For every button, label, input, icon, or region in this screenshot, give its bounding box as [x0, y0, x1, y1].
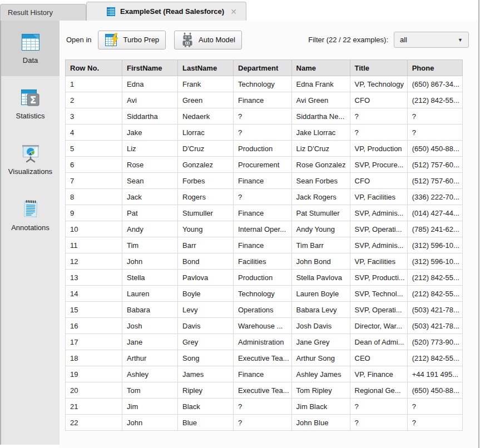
table-cell[interactable]: Administration [234, 334, 292, 350]
table-cell[interactable]: 18 [66, 350, 122, 366]
table-cell[interactable]: Regional Ge... [350, 382, 407, 399]
table-row[interactable]: 15BabaraLevyOperationsBabara LevySVP, Op… [66, 302, 463, 318]
table-cell[interactable]: Babara Levy [291, 302, 350, 318]
table-cell[interactable]: (520) 773-90... [407, 334, 462, 350]
table-cell[interactable]: SVP, Adminis... [350, 237, 407, 253]
table-cell[interactable]: ? [350, 399, 407, 415]
column-header-department[interactable]: Department [234, 60, 292, 76]
sidebar-item-data[interactable]: Data [1, 21, 60, 76]
table-cell[interactable]: Jack Rogers [291, 189, 350, 205]
table-cell[interactable]: 20 [66, 382, 122, 399]
table-cell[interactable]: Black [178, 399, 234, 415]
table-cell[interactable]: Ashley James [291, 366, 350, 382]
table-cell[interactable]: SVP, Procure... [350, 157, 407, 173]
sidebar-item-statistics[interactable]: Σ Statistics [1, 76, 60, 132]
table-cell[interactable]: Executive Tea... [234, 350, 292, 366]
table-cell[interactable]: Lauren [122, 286, 178, 302]
table-cell[interactable]: Jim [122, 399, 178, 415]
table-cell[interactable]: Dean of Admi... [350, 334, 407, 350]
table-cell[interactable]: (785) 241-62... [407, 221, 462, 237]
table-cell[interactable]: Internal Oper... [234, 221, 292, 237]
table-cell[interactable]: Director, War... [350, 318, 407, 334]
table-cell[interactable]: Rose Gonzalez [291, 157, 350, 173]
turbo-prep-button[interactable]: Turbo Prep [98, 31, 166, 49]
table-cell[interactable]: 3 [66, 108, 122, 125]
table-cell[interactable]: CFO [350, 92, 407, 108]
table-cell[interactable]: 11 [66, 237, 122, 253]
table-cell[interactable]: Warehouse ... [234, 318, 292, 334]
table-cell[interactable]: Jane Grey [291, 334, 350, 350]
table-cell[interactable]: Finance [234, 366, 292, 382]
table-cell[interactable]: Jake [122, 125, 178, 141]
table-cell[interactable]: (212) 842-55... [407, 270, 462, 286]
table-cell[interactable]: 22 [66, 415, 122, 431]
table-cell[interactable]: SVP, Operati... [350, 221, 407, 237]
table-cell[interactable]: (212) 842-55... [407, 350, 462, 366]
table-cell[interactable]: 10 [66, 221, 122, 237]
table-cell[interactable]: 12 [66, 253, 122, 270]
table-cell[interactable]: ? [407, 125, 462, 141]
column-header-lastname[interactable]: LastName [178, 60, 234, 76]
column-header-firstname[interactable]: FirstName [122, 60, 178, 76]
table-cell[interactable]: Jack [122, 189, 178, 205]
table-cell[interactable]: Young [178, 221, 234, 237]
table-cell[interactable]: Arthur Song [291, 350, 350, 366]
table-row[interactable]: 12JohnBondFacilitiesJohn BondVP, Facilit… [66, 253, 463, 270]
table-cell[interactable]: (650) 450-88... [407, 141, 462, 157]
table-cell[interactable]: 6 [66, 157, 122, 173]
column-header-row-no[interactable]: Row No. [66, 60, 122, 76]
table-cell[interactable]: Siddartha [122, 108, 178, 125]
table-cell[interactable]: Green [178, 92, 234, 108]
table-cell[interactable]: 16 [66, 318, 122, 334]
table-cell[interactable]: ? [234, 189, 292, 205]
table-cell[interactable]: 19 [66, 366, 122, 382]
table-cell[interactable]: ? [234, 415, 292, 431]
sidebar-item-annotations[interactable]: Annotations [1, 187, 60, 243]
table-cell[interactable]: Lauren Boyle [291, 286, 350, 302]
table-cell[interactable]: Liz [122, 141, 178, 157]
table-cell[interactable]: Rose [122, 157, 178, 173]
tab-result-history[interactable]: Result History [0, 4, 86, 21]
table-cell[interactable]: Tim Barr [291, 237, 350, 253]
table-cell[interactable]: Barr [178, 237, 234, 253]
table-cell[interactable]: Production [234, 141, 292, 157]
table-cell[interactable]: 15 [66, 302, 122, 318]
table-cell[interactable]: (312) 596-10... [407, 253, 462, 270]
table-cell[interactable]: Rogers [178, 189, 234, 205]
table-cell[interactable]: Arthur [122, 350, 178, 366]
table-cell[interactable]: 2 [66, 92, 122, 108]
table-cell[interactable]: Josh Davis [291, 318, 350, 334]
table-cell[interactable]: (512) 757-60... [407, 157, 462, 173]
table-cell[interactable]: 4 [66, 125, 122, 141]
table-cell[interactable]: Josh [122, 318, 178, 334]
table-cell[interactable]: Frank [178, 76, 234, 92]
table-row[interactable]: 14LaurenBoyleTechnologyLauren BoyleSVP, … [66, 286, 463, 302]
table-cell[interactable]: SVP, Adminis... [350, 205, 407, 221]
table-cell[interactable]: Edna Frank [291, 76, 350, 92]
table-cell[interactable]: Procurement [234, 157, 292, 173]
table-row[interactable]: 22JohnBlue?John Blue?? [66, 415, 463, 431]
table-cell[interactable]: Blue [178, 415, 234, 431]
table-cell[interactable]: D'Cruz [178, 141, 234, 157]
table-cell[interactable]: (014) 427-44... [407, 205, 462, 221]
table-cell[interactable]: Technology [234, 286, 292, 302]
table-cell[interactable]: 1 [66, 76, 122, 92]
table-cell[interactable]: John [122, 253, 178, 270]
table-cell[interactable]: 17 [66, 334, 122, 350]
table-row[interactable]: 1EdnaFrankTechnologyEdna FrankVP, Techno… [66, 76, 463, 92]
table-cell[interactable]: 9 [66, 205, 122, 221]
table-row[interactable]: 5LizD'CruzProductionLiz D'CruzVP, Produc… [66, 141, 463, 157]
table-cell[interactable]: Finance [234, 173, 292, 189]
table-cell[interactable]: Pat [122, 205, 178, 221]
table-cell[interactable]: SVP, Operati... [350, 302, 407, 318]
table-cell[interactable]: VP, Finance [350, 366, 407, 382]
table-cell[interactable]: Pat Stumuller [291, 205, 350, 221]
table-cell[interactable]: Stella [122, 270, 178, 286]
table-row[interactable]: 19AshleyJamesFinanceAshley JamesVP, Fina… [66, 366, 463, 382]
table-cell[interactable]: VP, Facilities [350, 189, 407, 205]
sidebar-item-visualizations[interactable]: Visualizations [1, 132, 60, 187]
table-cell[interactable]: CEO [350, 350, 407, 366]
table-cell[interactable]: +44 191 495... [407, 366, 462, 382]
table-cell[interactable]: (312) 596-10... [407, 237, 462, 253]
table-cell[interactable]: ? [234, 399, 292, 415]
